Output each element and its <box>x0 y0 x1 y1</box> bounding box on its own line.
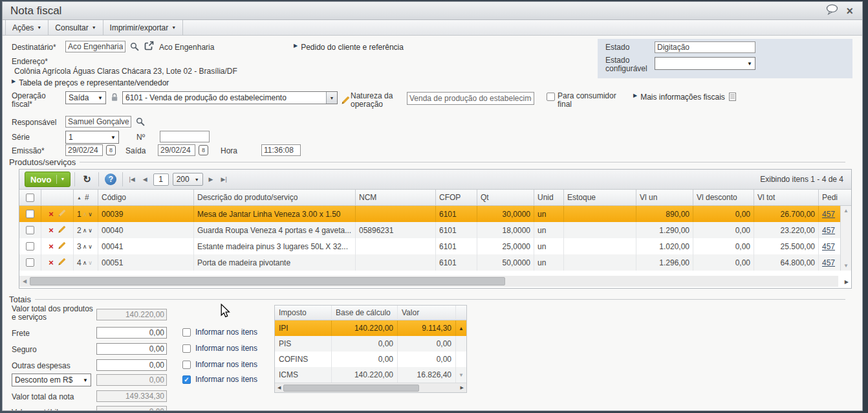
base-calculo-column-header[interactable]: Base de cálculo <box>332 306 398 320</box>
last-page-button[interactable]: ▶| <box>219 176 229 183</box>
move-up-icon[interactable]: ∧ <box>83 243 87 250</box>
move-up-icon[interactable]: ∧ <box>83 227 87 234</box>
column-header-descricao[interactable]: Descrição do produto/serviço <box>194 190 356 206</box>
column-header-vldesconto[interactable]: Vl desconto <box>693 190 754 206</box>
next-page-button[interactable]: ▶ <box>207 176 215 183</box>
scroll-down-icon[interactable]: ▼ <box>843 263 849 269</box>
column-header-vltot[interactable]: Vl tot <box>754 190 819 206</box>
delete-row-icon[interactable]: × <box>49 210 54 218</box>
tabela-precos-toggle[interactable]: ▶Tabela de preços e representante/vended… <box>12 78 169 87</box>
pedido-cliente-toggle[interactable]: ▶Pedido do cliente e referência <box>294 43 404 52</box>
table-row[interactable]: × 2∧∨ 00040 Guarda Roupa Veneza 4 portas… <box>19 222 851 238</box>
table-row[interactable]: × 3∧∨ 00041 Estante madeira pinus 3 luga… <box>19 238 851 254</box>
move-down-icon[interactable]: ∨ <box>88 260 92 266</box>
scroll-up-icon[interactable]: ▲ <box>843 208 849 214</box>
imposto-row[interactable]: IPI 140.220,00 9.114,30 ▲ <box>275 320 466 336</box>
scroll-left-icon[interactable]: ◀ <box>19 278 30 284</box>
novo-button[interactable]: Novo▼ <box>25 172 71 187</box>
impostos-horizontal-scrollbar[interactable]: ◀ ▶ <box>275 383 466 392</box>
natureza-operacao-input[interactable] <box>407 92 534 105</box>
scroll-right-icon[interactable]: ▶ <box>458 385 466 390</box>
outras-despesas-input[interactable] <box>96 359 167 371</box>
informar-outras-checkbox[interactable] <box>182 361 191 369</box>
move-down-icon[interactable]: ∨ <box>88 243 92 250</box>
column-header-pedido[interactable]: Pedi <box>819 190 851 206</box>
destinatario-input[interactable] <box>65 41 125 52</box>
column-header-ncm[interactable]: NCM <box>356 190 436 206</box>
column-header-unid[interactable]: Unid <box>534 190 564 206</box>
scrollbar-thumb[interactable] <box>283 385 419 392</box>
pedido-link[interactable]: 457 <box>822 226 835 235</box>
informar-frete-checkbox[interactable] <box>182 328 191 337</box>
imposto-row[interactable]: COFINS 0,00 0,00 <box>275 352 466 367</box>
estado-field[interactable] <box>655 41 755 53</box>
mais-informacoes-toggle[interactable]: ▶Mais informações fiscais <box>633 93 736 103</box>
imposto-row[interactable]: PIS 0,00 0,00 <box>275 336 466 352</box>
saida-data-input[interactable] <box>158 144 195 156</box>
scroll-down-icon[interactable]: ▼ <box>456 367 466 383</box>
informar-desconto-checkbox[interactable]: ✓ <box>182 375 191 384</box>
scroll-right-icon[interactable]: ▶ <box>845 279 849 285</box>
consumidor-final-checkbox[interactable] <box>547 93 555 101</box>
delete-row-icon[interactable]: × <box>49 259 54 267</box>
move-up-icon[interactable]: ∧ <box>83 211 87 218</box>
serie-select[interactable]: 1▼ <box>65 131 119 144</box>
row-checkbox[interactable] <box>26 210 34 218</box>
pedido-link[interactable]: 457 <box>822 210 835 219</box>
pedido-link[interactable]: 457 <box>822 242 835 251</box>
column-header-cfop[interactable]: CFOP <box>436 190 477 206</box>
imposto-row[interactable]: ICMS 140.220,00 16.826,40 ▼ <box>275 367 466 383</box>
page-number-input[interactable] <box>153 173 169 186</box>
column-header-vlun[interactable]: Vl un <box>636 190 693 206</box>
move-up-icon[interactable]: ∧ <box>83 260 87 266</box>
row-checkbox[interactable] <box>26 226 34 234</box>
emissao-input[interactable] <box>65 144 103 156</box>
table-row[interactable]: × 1∧∨ 00039 Mesa de Jantar Linha Veneza … <box>19 206 851 222</box>
menu-acoes[interactable]: Ações▼ <box>5 20 49 35</box>
column-header-qt[interactable]: Qt <box>477 190 534 206</box>
calendar-icon[interactable]: 8 <box>106 145 116 155</box>
seguro-input[interactable] <box>96 343 167 355</box>
row-checkbox[interactable] <box>26 258 34 267</box>
delete-row-icon[interactable]: × <box>49 227 54 234</box>
page-size-select[interactable]: 200▼ <box>173 173 203 186</box>
external-link-icon[interactable] <box>144 41 154 51</box>
grid-horizontal-scrollbar[interactable]: ◀ <box>19 276 838 287</box>
first-page-button[interactable]: |◀ <box>127 176 136 183</box>
estado-configuravel-select[interactable]: ▼ <box>655 57 755 70</box>
menu-imprimir-exportar[interactable]: Imprimir/exportar▼ <box>103 20 184 35</box>
edit-row-icon[interactable] <box>58 258 66 268</box>
edit-row-icon[interactable] <box>58 209 66 219</box>
scrollbar-thumb[interactable] <box>30 277 505 285</box>
pedido-link[interactable]: 457 <box>822 258 835 267</box>
frete-input[interactable] <box>96 327 167 339</box>
calendar-icon[interactable]: 8 <box>199 145 208 155</box>
destinatario-link[interactable]: Aco Engenharia <box>159 43 214 52</box>
operacao-tipo-select[interactable]: Saída▼ <box>65 91 106 104</box>
scroll-up-icon[interactable]: ▲ <box>456 320 466 336</box>
column-header-codigo[interactable]: Código <box>98 190 194 206</box>
row-checkbox[interactable] <box>26 242 34 251</box>
grid-vertical-scrollbar[interactable]: ▲▼ <box>840 206 851 271</box>
close-icon[interactable]: × <box>846 6 853 16</box>
help-button[interactable]: ? <box>103 172 118 186</box>
move-down-icon[interactable]: ∨ <box>88 211 92 218</box>
scroll-left-icon[interactable]: ◀ <box>275 385 283 390</box>
cfop-select[interactable]: 6101 - Venda de produção do estabelecime… <box>122 91 338 104</box>
desconto-tipo-select[interactable]: Desconto em R$▼ <box>12 374 91 386</box>
hora-input[interactable] <box>261 144 301 156</box>
numero-input[interactable] <box>160 131 210 142</box>
delete-row-icon[interactable]: × <box>49 243 54 251</box>
search-icon[interactable] <box>130 42 139 51</box>
column-header-estoque[interactable]: Estoque <box>564 190 636 206</box>
informar-seguro-checkbox[interactable] <box>182 344 191 353</box>
chat-bubble-icon[interactable] <box>825 4 838 17</box>
search-icon[interactable] <box>136 117 145 126</box>
select-all-checkbox[interactable] <box>26 194 34 202</box>
move-down-icon[interactable]: ∨ <box>88 227 92 234</box>
prev-page-button[interactable]: ◀ <box>141 176 149 183</box>
imposto-column-header[interactable]: Imposto <box>275 306 332 320</box>
edit-pencil-icon[interactable] <box>341 96 350 105</box>
responsavel-input[interactable] <box>65 116 131 128</box>
table-row[interactable]: × 4∧∨ 00051 Porta de madeira pivotante 6… <box>19 254 851 271</box>
